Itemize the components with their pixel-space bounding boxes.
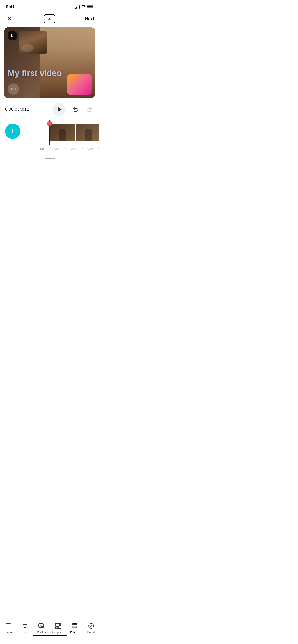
gradient-decoration xyxy=(67,74,92,95)
clip-2[interactable] xyxy=(76,124,99,141)
status-time: 9:41 xyxy=(6,4,15,9)
svg-rect-2 xyxy=(87,6,92,8)
signal-icon xyxy=(75,5,80,9)
playback-controls xyxy=(52,103,94,116)
drum-shape xyxy=(21,44,34,52)
video-thumbnail xyxy=(19,31,47,54)
header: ✕ 4 Next xyxy=(0,12,99,26)
close-icon: ✕ xyxy=(7,16,12,22)
video-background: L My first video ••• xyxy=(4,27,95,98)
clip-1[interactable] xyxy=(50,124,75,141)
timestamp-4: 0:04 xyxy=(66,147,82,151)
svg-rect-1 xyxy=(93,6,93,7)
ts-dot-4: • xyxy=(98,147,99,151)
timeline-area: + xyxy=(0,120,99,145)
time-controls: 0:00.03/0:12 xyxy=(5,103,94,116)
clip-1-thumbnail xyxy=(50,124,75,141)
status-icons xyxy=(75,5,93,9)
play-button[interactable] xyxy=(52,103,66,116)
battery-icon xyxy=(87,5,93,9)
redo-button[interactable] xyxy=(85,105,94,114)
slides-badge[interactable]: 4 xyxy=(44,14,55,23)
brand-logo: L xyxy=(8,31,17,40)
controls-area: 0:00.03/0:12 xyxy=(0,98,99,116)
ellipsis-icon: ••• xyxy=(10,86,16,92)
play-icon xyxy=(58,107,62,112)
slides-count: 4 xyxy=(48,17,50,21)
more-options-button[interactable]: ••• xyxy=(8,83,19,95)
timestamp-0: 0:00 xyxy=(33,147,48,151)
wifi-icon xyxy=(81,5,85,9)
timestamp-6: 0:06 xyxy=(83,147,98,151)
scroll-thumb[interactable] xyxy=(45,158,55,159)
playhead-marker xyxy=(47,121,52,126)
timestamp-2: 0:02 xyxy=(50,147,65,151)
close-button[interactable]: ✕ xyxy=(5,14,14,23)
undo-button[interactable] xyxy=(71,105,80,114)
clip-2-thumbnail xyxy=(76,124,99,141)
add-clip-button[interactable]: + xyxy=(5,124,20,139)
next-button[interactable]: Next xyxy=(85,16,94,22)
timestamp-display: 0:00.03/0:12 xyxy=(5,107,29,112)
video-preview: L My first video ••• xyxy=(4,27,95,98)
scroll-area xyxy=(0,154,99,159)
status-bar: 9:41 xyxy=(0,0,99,12)
add-icon: + xyxy=(10,127,15,135)
timeline-timestamps: 0:00 • 0:02 • 0:04 • 0:06 • xyxy=(0,147,99,151)
